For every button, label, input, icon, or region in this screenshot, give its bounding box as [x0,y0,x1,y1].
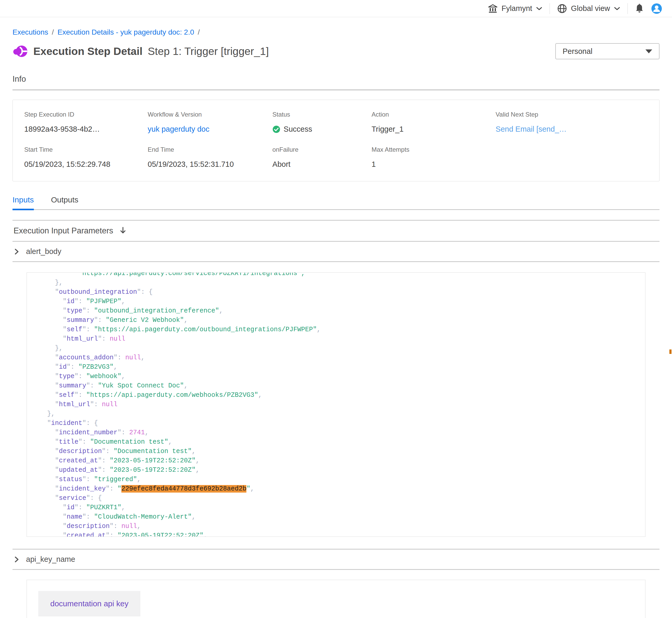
section-label: alert_body [26,247,61,256]
topbar-divider [627,3,628,14]
field-value: 18992a43-9538-4b2… [24,125,148,133]
field-start-time: Start Time 05/19/2023, 15:52:29.748 [24,146,148,169]
bank-icon [488,4,498,13]
chevron-down-icon [614,6,620,11]
field-label: End Time [148,146,272,153]
field-label: Status [272,111,372,118]
section-alert-body[interactable]: alert_body [12,241,660,262]
topbar-divider [550,3,550,14]
breadcrumb-separator: / [198,28,200,36]
page-title: Execution Step Detail [33,45,143,58]
breadcrumb-executions-link[interactable]: Executions [12,28,48,36]
field-label: Step Execution ID [24,111,148,118]
field-label: Workflow & Version [148,111,272,118]
field-value: 1 [371,160,495,169]
field-label: Max Attempts [371,146,495,153]
view-menu[interactable]: Global view [557,4,620,13]
page-header: Execution Step Detail Step 1: Trigger [t… [12,43,660,59]
info-divider [12,90,660,90]
field-valid-next-step: Valid Next Step Send Email [send_… [496,111,648,133]
workflow-link[interactable]: yuk pagerduty doc [148,125,209,133]
field-value: Trigger_1 [371,125,495,133]
breadcrumb: Executions / Execution Details - yuk pag… [12,28,660,36]
field-action: Action Trigger_1 [371,111,495,133]
field-label: Valid Next Step [496,111,648,118]
view-label: Global view [571,4,610,13]
info-heading: Info [12,75,660,84]
scrollbar-highlight-marker [669,349,671,354]
field-label: onFailure [272,146,372,153]
field-label: Start Time [24,146,148,153]
page-subtitle: Step 1: Trigger [trigger_1] [148,45,269,58]
field-onfailure: onFailure Abort [272,146,372,169]
breadcrumb-execution-details-link[interactable]: Execution Details - yuk pagerduty doc: 2… [58,28,194,36]
field-step-execution-id: Step Execution ID 18992a43-9538-4b2… [24,111,148,133]
field-value: 05/19/2023, 15:52:29.748 [24,160,148,169]
scope-selector-dropdown[interactable]: Personal [555,43,660,59]
workflow-step-icon [12,44,27,59]
user-avatar[interactable] [651,3,662,14]
scope-selector-value: Personal [563,47,592,56]
chevron-right-icon [13,248,20,255]
api-key-name-card: documentation api key [26,580,646,618]
tab-outputs[interactable]: Outputs [51,195,78,210]
tab-inputs[interactable]: Inputs [12,195,34,210]
execution-input-parameters-header: Execution Input Parameters [12,220,660,241]
field-value: Abort [272,160,372,169]
execution-input-parameters-section: Execution Input Parameters alert_body "h… [12,220,660,618]
breadcrumb-separator: / [52,28,54,36]
main-content: Executions / Execution Details - yuk pag… [0,28,672,618]
json-content: "https://api.pagerduty.com/services/PUZK… [27,273,645,537]
success-check-icon [272,125,280,133]
org-menu[interactable]: Fylamynt [488,4,542,13]
next-step-link[interactable]: Send Email [send_… [496,125,567,133]
api-key-chip[interactable]: documentation api key [38,591,141,616]
top-bar: Fylamynt Global view [0,0,672,17]
chevron-down-icon [536,6,542,11]
field-label: Action [371,111,495,118]
field-workflow-version: Workflow & Version yuk pagerduty doc [148,111,272,133]
alert-body-json-viewer[interactable]: "https://api.pagerduty.com/services/PUZK… [26,273,646,537]
dropdown-caret-icon [646,49,652,54]
chevron-right-icon [13,555,20,563]
params-heading: Execution Input Parameters [13,226,113,235]
field-status: Status Success [272,111,372,133]
field-max-attempts: Max Attempts 1 [371,146,495,169]
info-card: Step Execution ID 18992a43-9538-4b2… Wor… [12,100,660,181]
section-label: api_key_name [26,555,75,563]
field-end-time: End Time 05/19/2023, 15:52:31.710 [148,146,272,169]
download-icon[interactable] [119,227,126,235]
section-api-key-name[interactable]: api_key_name [12,549,660,570]
tab-bar: Inputs Outputs [12,195,660,210]
globe-icon [557,4,567,13]
notifications-bell-icon[interactable] [635,4,644,13]
field-value: 05/19/2023, 15:52:31.710 [148,160,272,169]
org-label: Fylamynt [501,4,532,13]
status-badge: Success [284,125,312,133]
